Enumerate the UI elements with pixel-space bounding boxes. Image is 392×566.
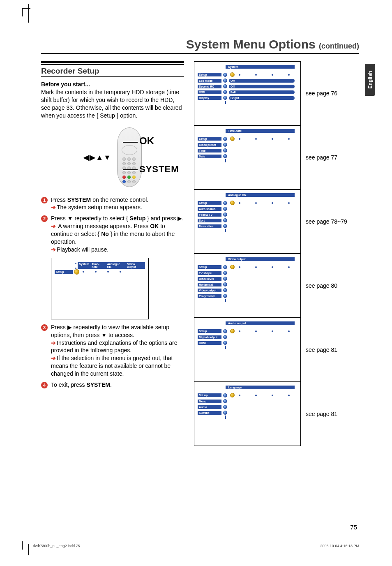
connector-icon	[225, 101, 226, 104]
setup-tabs-screenshot: System Time-date Analogue Ch. Video outp…	[51, 258, 149, 319]
nav-node-icon	[230, 201, 235, 205]
option-label: Auto search	[198, 207, 221, 211]
text: Instructions and explanations of the opt…	[51, 340, 177, 354]
footer: dvdr7300h_eu_eng2.indd 75 2005-10-04 4:1…	[33, 544, 359, 548]
text: Playback will pause.	[57, 246, 108, 253]
card-option-row: Audio	[198, 404, 297, 409]
step-bullet: 2	[41, 215, 48, 222]
text: Press ▼ repeatedly to select {	[51, 215, 129, 222]
callout-line	[123, 142, 138, 143]
card-option-row: Menu	[198, 399, 297, 404]
menu-preview-card: Video outputSetupTV shapeBlack levelHori…	[194, 254, 301, 318]
tab-video: Video output	[126, 262, 145, 269]
card-option-row: Subtitle	[198, 410, 297, 415]
nav-node-icon	[223, 218, 227, 222]
step-3: 3 Press ▶ repeatedly to view the availab…	[41, 323, 184, 378]
card-setup-row: Set up	[198, 393, 297, 398]
result-arrow-icon: ➔	[51, 340, 56, 346]
card-setup-row: Setup	[198, 136, 297, 141]
nav-node-icon	[223, 411, 227, 415]
card-option-row: Second RCOff	[198, 84, 297, 89]
remote-illustration: ◀▶▲▼ OK SYSTEM	[41, 125, 184, 190]
option-value: Off	[229, 85, 295, 88]
nav-node-icon	[223, 137, 227, 141]
menu-preview-entry: Time-dateSetupClock presetTimeDatesee pa…	[194, 125, 359, 189]
crop-mark	[22, 541, 30, 550]
step-body: Press ▼ repeatedly to select { Setup } a…	[51, 215, 184, 253]
card-option-row: Favourites	[198, 224, 297, 229]
card-option-row: Date	[198, 154, 297, 159]
text: .	[110, 381, 112, 388]
menu-preview-entry: Audio outputSetupDigital outputHDMIsee p…	[194, 318, 359, 382]
crop-mark	[22, 8, 30, 16]
nav-node-icon	[223, 405, 227, 409]
menu-preview-card: Time-dateSetupClock presetTimeDate	[194, 125, 301, 189]
menu-preview-card: Analogue Ch.SetupAuto searchFollow TVSor…	[194, 189, 301, 254]
footer-file: dvdr7300h_eu_eng2.indd 75	[33, 544, 80, 548]
title-text: System Menu Options	[186, 37, 316, 51]
tab-timedate: Time-date	[90, 262, 106, 269]
nav-node-icon	[223, 207, 227, 211]
ok-button-label: OK	[139, 135, 154, 147]
option-label: Subtitle	[198, 411, 221, 415]
dot-line	[239, 138, 290, 140]
connector-icon	[225, 159, 226, 162]
card-option-row: Digital output	[198, 335, 297, 340]
text: Press ▶ repeatedly to view the available…	[51, 324, 169, 338]
card-tag: Video output	[226, 257, 295, 261]
nav-node-icon	[223, 84, 227, 88]
menu-preview-entry: SystemSetupEco modeOffSecond RCOffOSDFul…	[194, 61, 359, 125]
card-tag: Analogue Ch.	[226, 193, 295, 197]
text: Press	[51, 196, 67, 203]
dot-icon	[75, 263, 76, 269]
option-value: Off	[229, 79, 295, 83]
menu-preview-entry: LanguageSet upMenuAudioSubtitlesee page …	[194, 382, 359, 446]
option-label: Video output	[198, 289, 221, 292]
nav-node-icon	[223, 294, 227, 298]
page-title: System Menu Options (continued)	[41, 37, 359, 54]
text: The system setup menu appears.	[57, 204, 142, 210]
step-body: To exit, press SYSTEM.	[51, 381, 112, 389]
step-2: 2 Press ▼ repeatedly to select { Setup }…	[41, 215, 184, 253]
card-option-row: TV shape	[198, 270, 297, 275]
result-arrow-icon: ➔	[51, 204, 56, 210]
content-columns: Recorder Setup Before you start... Mark …	[41, 61, 359, 446]
language-tab-label: English	[367, 71, 373, 88]
card-option-row: DisplayBright	[198, 95, 297, 100]
card-setup-label: Setup	[198, 73, 221, 76]
option-label: Menu	[198, 400, 221, 403]
card-tag: Audio output	[226, 321, 295, 325]
setup-row: Setup	[55, 270, 145, 274]
card-setup-row: Setup	[198, 200, 297, 206]
result-arrow-icon: ➔	[51, 223, 56, 229]
remote-buttons-icon	[122, 157, 136, 179]
card-setup-label: Setup	[198, 137, 221, 141]
cards-container: SystemSetupEco modeOffSecond RCOffOSDFul…	[194, 61, 359, 446]
connector-icon	[225, 299, 226, 302]
card-setup-row: Setup	[198, 328, 297, 334]
callout-line	[123, 169, 138, 170]
nav-node-icon	[223, 329, 227, 333]
crop-mark	[357, 8, 365, 16]
card-setup-label: Setup	[198, 265, 221, 269]
card-option-row: Auto search	[198, 206, 297, 211]
dot-line	[239, 330, 290, 332]
nav-node-icon	[223, 143, 227, 147]
option-value: Bright	[229, 96, 295, 100]
card-page-ref: see page 81	[306, 347, 337, 353]
dot-line	[239, 202, 290, 204]
nav-node-icon	[230, 136, 235, 141]
menu-preview-card: LanguageSet upMenuAudioSubtitle	[194, 382, 301, 446]
nav-node-icon	[74, 269, 79, 275]
card-setup-label: Setup	[198, 201, 221, 205]
option-label: TV shape	[198, 271, 221, 275]
menu-preview-card: SystemSetupEco modeOffSecond RCOffOSDFul…	[194, 61, 301, 125]
step-bullet: 3	[41, 324, 48, 331]
text: To exit, press	[51, 381, 86, 388]
left-column: Recorder Setup Before you start... Mark …	[41, 61, 184, 446]
dot-line	[239, 395, 290, 396]
nav-node-icon	[223, 393, 227, 397]
text: Setup	[129, 215, 145, 222]
remote-control-icon	[117, 127, 142, 187]
text: on the remote control.	[91, 196, 148, 203]
